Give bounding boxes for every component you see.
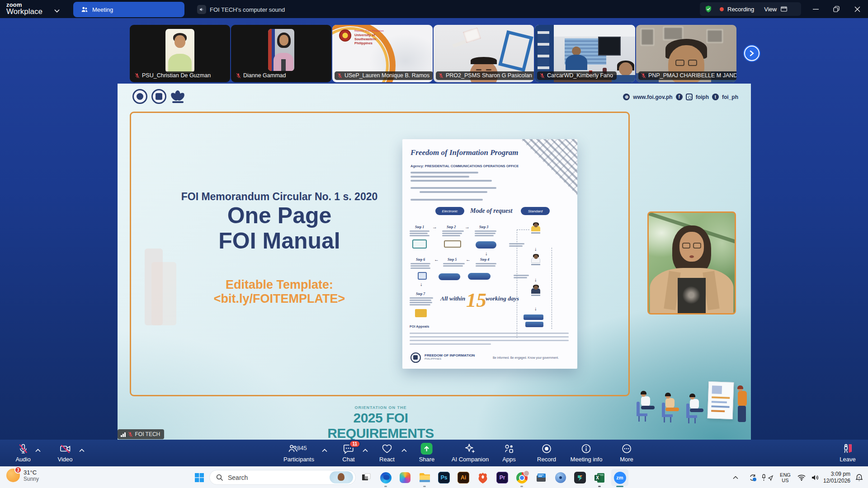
notification-bell-icon[interactable]: z — [853, 467, 865, 488]
slide-social-header: ⊕ www.foi.gov.ph f foiph t foi_ph — [623, 94, 738, 100]
next-participants-button[interactable] — [744, 46, 760, 61]
participant-name: Dianne Gammad — [243, 72, 286, 79]
video-tile[interactable]: PNP_PMAJ CHARIBELLE M JAND... — [636, 25, 736, 82]
facebook-icon: f — [676, 94, 683, 100]
chevron-down-icon[interactable] — [54, 6, 60, 14]
start-button[interactable] — [193, 471, 206, 484]
shield-check-icon — [704, 5, 712, 13]
video-tile[interactable]: PSU_Christian De Guzman — [130, 25, 230, 82]
audio-button[interactable]: Audio — [15, 443, 30, 463]
weather-widget[interactable]: 3 31°C Sunny — [6, 469, 39, 482]
zoom-app-icon[interactable]: zm — [611, 469, 628, 486]
person-figure — [530, 286, 542, 296]
minimize-button[interactable] — [806, 0, 826, 18]
svg-text:X: X — [596, 475, 599, 480]
illustrator-icon[interactable]: Ai — [457, 471, 470, 484]
windows-taskbar: 3 31°C Sunny Search Ps Ai Pr — [0, 466, 868, 488]
watermark-label: FOI TECH — [135, 431, 160, 437]
clock-widget[interactable]: 3:09 pm12/01/2026 — [822, 467, 852, 488]
view-button[interactable]: View — [764, 6, 777, 13]
button-icon — [468, 273, 491, 280]
volume-icon[interactable] — [808, 467, 822, 488]
file-explorer-icon[interactable] — [418, 471, 431, 484]
language-indicator[interactable]: ENGUS — [777, 467, 794, 488]
video-button[interactable]: Video — [57, 443, 72, 463]
slide-logos — [132, 89, 185, 104]
zoom-titlebar: zoom Workplace Meeting FOI TECH's comput… — [0, 0, 868, 18]
excel-icon[interactable]: X — [593, 471, 606, 484]
signal-bars-icon — [121, 432, 126, 437]
memo-circular-title: FOI Memorandum Circular No. 1 s. 2020 — [151, 191, 408, 203]
tray-chevron-icon[interactable] — [729, 467, 742, 488]
participant-name-pill: PSU_Christian De Guzman — [132, 71, 214, 80]
filmora-icon[interactable] — [573, 471, 587, 484]
meeting-status-pill: Recording View — [700, 2, 801, 16]
mode-of-request-heading: Mode of request — [470, 207, 512, 215]
audio-options-caret[interactable] — [35, 446, 41, 454]
button-icon — [439, 273, 460, 280]
share-screen-icon — [421, 443, 433, 455]
restore-button[interactable] — [826, 0, 846, 18]
react-button[interactable]: React — [379, 443, 395, 463]
video-tile[interactable]: CarcarWD_Kimberly Fano — [535, 25, 635, 82]
mic-muted-icon — [439, 73, 443, 79]
photoshop-icon[interactable]: Ps — [437, 471, 451, 484]
person-figure — [530, 255, 542, 265]
task-view-icon[interactable] — [359, 471, 373, 484]
button-icon — [524, 314, 543, 320]
search-placeholder: Search — [228, 474, 330, 481]
close-button[interactable] — [847, 0, 867, 18]
copilot-icon[interactable] — [398, 471, 412, 484]
mic-muted-icon — [540, 73, 545, 79]
orientation-title-block: ORIENTATION ON THE 2025 FOI REQUIREMENTS… — [313, 405, 448, 440]
electronic-badge: Electronic — [435, 207, 464, 215]
meeting-content-area: PSU_Christian De Guzman Dianne Gammad Re… — [0, 18, 868, 440]
record-button[interactable]: Record — [537, 443, 556, 463]
ai-companion-button[interactable]: AI Companion — [452, 443, 489, 463]
participants-count: 845 — [297, 445, 307, 451]
video-options-caret[interactable] — [79, 446, 85, 454]
calendar-icon — [418, 272, 427, 280]
more-button[interactable]: More — [620, 443, 633, 463]
media-player-icon[interactable] — [554, 471, 567, 484]
document-title: Freedom of Information Program — [410, 148, 519, 157]
video-tile[interactable]: PRO2_PSMS Sharon G Pasicolan — [434, 25, 534, 82]
mic-muted-icon — [641, 73, 646, 79]
brave-icon[interactable] — [476, 471, 490, 484]
tab-meeting-label: Meeting — [92, 6, 113, 13]
react-caret[interactable] — [401, 446, 407, 454]
video-tile[interactable]: Republic of the Philippines University o… — [332, 25, 433, 82]
search-icon — [216, 474, 223, 481]
premiere-icon[interactable]: Pr — [495, 471, 509, 484]
foi-footer-logo — [410, 352, 421, 363]
chat-button[interactable]: 11 Chat — [342, 443, 354, 463]
participant-name: PSU_Christian De Guzman — [142, 72, 211, 79]
lotus-logo-icon — [170, 89, 185, 104]
apps-button[interactable]: Apps — [502, 443, 516, 463]
meeting-info-button[interactable]: Meeting info — [571, 443, 603, 463]
button-icon — [476, 241, 496, 249]
foi-manual-document: Freedom of Information Program Agency: P… — [402, 139, 577, 369]
people-illustration — [636, 378, 751, 435]
chat-caret[interactable] — [363, 446, 368, 454]
envelope-icon — [415, 309, 427, 317]
tray-sync-icon[interactable] — [746, 467, 760, 488]
participants-button[interactable]: 845 Participants — [283, 443, 314, 463]
edge-icon[interactable] — [379, 471, 392, 484]
share-button[interactable]: Share — [419, 443, 435, 463]
view-grid-icon[interactable] — [780, 6, 788, 12]
remote-keyboard-icon[interactable] — [534, 471, 548, 484]
foi-appeals-heading: FOI Appeals — [410, 324, 429, 328]
participants-caret[interactable] — [322, 446, 327, 454]
tab-meeting[interactable]: Meeting — [73, 2, 184, 17]
chrome-icon[interactable] — [515, 471, 528, 484]
tray-mic-location-icon[interactable] — [760, 467, 775, 488]
wifi-icon[interactable] — [795, 467, 808, 488]
tab-computer-sound[interactable]: FOI TECH's computer sound — [190, 2, 292, 17]
social-handle: foiph — [696, 94, 709, 100]
globe-icon: ⊕ — [623, 94, 630, 100]
search-input[interactable]: Search — [209, 470, 356, 485]
participant-photo — [268, 29, 294, 71]
video-tile[interactable]: Dianne Gammad — [231, 25, 331, 82]
leave-button[interactable]: Leave — [840, 443, 855, 463]
